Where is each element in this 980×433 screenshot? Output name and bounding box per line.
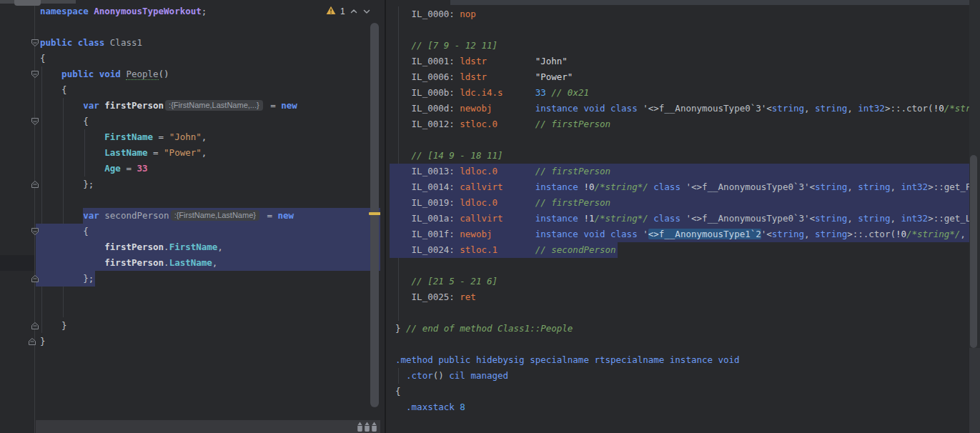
code-line[interactable]: IL_0025: ret (395, 289, 476, 305)
change-stripe-marker[interactable] (369, 212, 380, 215)
code-token: IL_0012: (395, 119, 460, 129)
code-token: } (40, 320, 67, 331)
code-line[interactable]: IL_0000: nop (395, 6, 476, 22)
code-token: var (40, 100, 104, 111)
code-line[interactable]: Age = 33 (40, 161, 148, 176)
pencil-icons-group (357, 422, 377, 433)
code-line[interactable]: // [7 9 - 12 11] (395, 38, 498, 54)
code-token: IL_0001: (395, 56, 460, 66)
code-line[interactable]: var firstPerson:{FirstName,LastName,...}… (40, 98, 297, 114)
code-token: var (40, 210, 104, 221)
horizontal-scrollbar-thumb[interactable] (14, 0, 41, 6)
code-line[interactable]: IL_0014: callvirt instance !0/*string*/ … (395, 179, 980, 195)
gutter-separator (34, 0, 35, 433)
code-token: string (815, 181, 847, 192)
fold-start-icon[interactable] (31, 117, 39, 126)
code-line[interactable]: }; (40, 176, 94, 192)
code-line[interactable]: IL_000b: ldc.i4.s 33 // 0x21 (395, 85, 589, 101)
code-token: firstPerson (40, 242, 164, 252)
fold-end-icon[interactable] (31, 322, 39, 330)
code-token: new (278, 210, 295, 221)
inlay-hint[interactable]: :{FirstName,LastName,...} (165, 100, 263, 111)
fold-end-icon[interactable] (31, 180, 39, 189)
code-token: // firstPerson (498, 197, 610, 208)
code-line[interactable]: { (395, 384, 401, 399)
pencil-icon[interactable] (357, 422, 363, 433)
code-line[interactable]: // [14 9 - 18 11] (395, 148, 503, 164)
il-viewer-pane[interactable]: IL_0000: nop // [7 9 - 12 11] IL_0001: l… (387, 0, 980, 433)
csharp-editor-pane[interactable]: namespace AnonymousTypeWorkout;public cl… (0, 0, 380, 433)
code-line[interactable]: .ctor() cil managed (395, 368, 508, 384)
code-line[interactable]: IL_0019: ldloc.0 // firstPerson (395, 195, 610, 211)
code-line[interactable]: } (40, 318, 67, 334)
code-line[interactable]: LastName = "Power", (40, 145, 207, 161)
code-token: .method public hidebysig specialname rts… (395, 354, 740, 365)
code-line[interactable]: .method public hidebysig specialname rts… (395, 352, 740, 368)
code-line[interactable]: } // end of method Class1::People (395, 321, 573, 337)
code-line[interactable]: FirstName = "John", (40, 129, 207, 145)
code-token: IL_001a: (395, 213, 460, 224)
code-line[interactable]: public void People() (40, 66, 169, 82)
code-token: = (265, 100, 282, 111)
code-token: FirstName (169, 242, 218, 252)
code-token: .ctor (395, 370, 433, 381)
code-line[interactable]: IL_0006: ldstr "Power" (395, 69, 573, 85)
code-line[interactable]: namespace AnonymousTypeWorkout; (40, 4, 207, 19)
fold-start-icon[interactable] (31, 227, 39, 236)
code-token: !1 (583, 213, 594, 224)
code-line[interactable]: IL_001a: callvirt instance !1/*string*/ … (395, 211, 980, 227)
code-token: , (890, 181, 901, 192)
top-edge-band (450, 0, 980, 5)
code-token: instance void class (492, 103, 637, 114)
code-token: ' (638, 229, 648, 239)
fold-end-icon[interactable] (31, 274, 39, 283)
code-token: ldloc.0 (460, 166, 498, 176)
code-line[interactable]: public class Class1 (40, 35, 142, 51)
code-line[interactable]: IL_0001: ldstr "John" (395, 54, 568, 69)
code-line[interactable]: { (40, 114, 89, 129)
code-line[interactable]: IL_0012: stloc.0 // firstPerson (395, 116, 610, 132)
code-line[interactable]: IL_001f: newobj instance void class '<>f… (395, 227, 980, 242)
code-token: newobj (460, 229, 492, 239)
code-line[interactable]: IL_0024: stloc.1 // secondPerson (395, 242, 616, 258)
vertical-scrollbar[interactable] (970, 155, 977, 348)
code-token: string (815, 229, 847, 239)
code-line[interactable]: }; (40, 271, 94, 287)
code-token: () (433, 370, 444, 381)
code-line[interactable]: { (40, 82, 67, 98)
fold-start-icon[interactable] (31, 70, 39, 79)
code-line[interactable]: var secondPerson:{FirstName,LastName} = … (40, 208, 294, 224)
pencil-icon[interactable] (364, 422, 370, 433)
code-token: public class (40, 37, 110, 48)
code-token: >::.ctor( (847, 229, 896, 239)
warning-icon[interactable] (326, 6, 336, 17)
prev-problem-chevron-up-icon[interactable] (350, 7, 358, 16)
fold-end-icon[interactable] (28, 337, 36, 346)
code-line[interactable]: { (40, 224, 89, 239)
vertical-scrollbar[interactable] (370, 23, 379, 407)
pane-splitter[interactable] (380, 0, 387, 433)
code-line[interactable]: firstPerson.LastName, (40, 255, 217, 271)
inspections-widget[interactable]: 1 (326, 6, 371, 17)
code-token: namespace (40, 6, 94, 16)
code-token: IL_001f: (395, 229, 460, 239)
code-token: "John" (169, 131, 202, 142)
code-token: IL_0024: (395, 244, 460, 255)
fold-start-icon[interactable] (31, 39, 39, 47)
code-line[interactable]: IL_0013: ldloc.0 // firstPerson (395, 164, 610, 179)
code-token: string (858, 181, 890, 192)
code-line[interactable]: firstPerson.FirstName, (40, 239, 223, 255)
code-line[interactable]: } (40, 334, 46, 349)
pencil-icon[interactable] (371, 422, 377, 433)
next-problem-chevron-down-icon[interactable] (362, 7, 371, 16)
code-token: People (126, 69, 158, 80)
code-line[interactable]: { (40, 51, 46, 66)
code-token: = (148, 147, 164, 158)
code-line[interactable]: .maxstack 8 (395, 399, 465, 415)
code-token: } (395, 323, 406, 334)
code-token: /*string*/ (906, 229, 960, 239)
code-token: IL_0019: (395, 197, 460, 208)
code-line[interactable]: // [21 5 - 21 6] (395, 274, 498, 289)
inlay-hint[interactable]: :{FirstName,LastName} (171, 210, 259, 221)
code-line[interactable]: IL_000d: newobj instance void class '<>f… (395, 101, 980, 116)
